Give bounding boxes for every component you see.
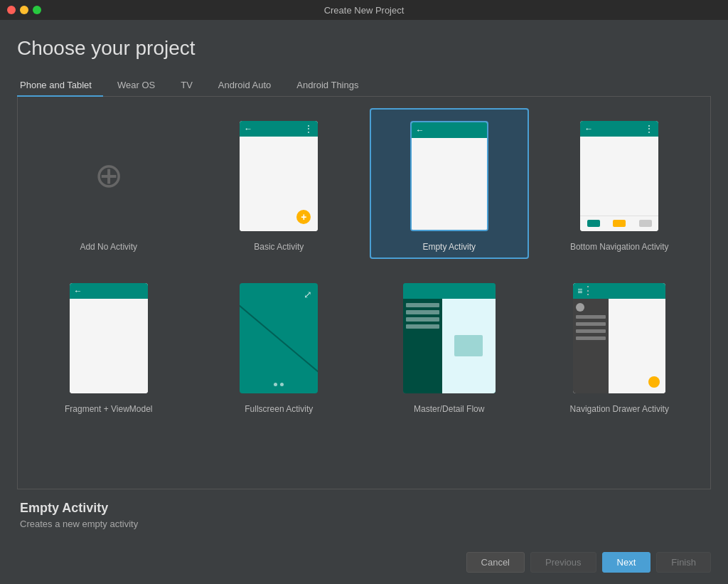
phone-mock-basic: ← ⋮ + bbox=[240, 121, 318, 231]
template-label-bottom-nav: Bottom Navigation Activity bbox=[570, 242, 669, 252]
template-label-add-no-activity: Add No Activity bbox=[80, 242, 137, 252]
phone-mock-nav-drawer: ≡ ⋮ bbox=[573, 283, 665, 393]
previous-button[interactable]: Previous bbox=[530, 552, 596, 573]
phone-mock-bottom-nav: ← ⋮ bbox=[580, 121, 658, 231]
hamburger-icon: ≡ bbox=[577, 286, 582, 296]
template-thumb-empty-activity: ← bbox=[400, 115, 499, 236]
close-button[interactable] bbox=[7, 6, 16, 14]
nav-item-3 bbox=[639, 220, 652, 227]
fullscreen-icon: ⤢ bbox=[304, 289, 312, 300]
cancel-button[interactable]: Cancel bbox=[466, 552, 525, 573]
template-thumb-basic-activity: ← ⋮ + bbox=[229, 115, 328, 236]
phone-mock-empty: ← bbox=[410, 121, 488, 231]
main-content: Choose your project Phone and Tablet Wea… bbox=[0, 20, 728, 546]
template-label-master-detail: Master/Detail Flow bbox=[414, 404, 484, 414]
tab-phone-tablet[interactable]: Phone and Tablet bbox=[17, 74, 103, 96]
template-thumb-fullscreen: ⤢ bbox=[229, 277, 328, 398]
template-label-empty-activity: Empty Activity bbox=[422, 242, 476, 252]
template-fragment-viewmodel[interactable]: ← Fragment + ViewModel bbox=[29, 270, 188, 421]
template-master-detail[interactable]: Master/Detail Flow bbox=[370, 270, 529, 421]
template-grid: ⊕ Add No Activity ← ⋮ + bbox=[29, 108, 699, 421]
back-arrow-icon: ← bbox=[244, 124, 252, 134]
tab-wear-os[interactable]: Wear OS bbox=[106, 74, 166, 96]
detail-pane bbox=[442, 299, 496, 393]
nd-body bbox=[573, 299, 665, 393]
footer: Cancel Previous Next Finish bbox=[0, 546, 728, 584]
list-item-3 bbox=[406, 317, 439, 322]
description-title: Empty Activity bbox=[20, 501, 708, 516]
nav-item-1 bbox=[587, 220, 600, 227]
drawer-item-2 bbox=[576, 322, 606, 326]
description-text: Creates a new empty activity bbox=[20, 519, 708, 529]
phone-body-bottom-nav bbox=[580, 137, 658, 216]
md-body bbox=[403, 299, 496, 393]
template-thumb-bottom-nav: ← ⋮ bbox=[569, 115, 669, 236]
fab-icon: + bbox=[296, 210, 311, 224]
template-grid-container: ⊕ Add No Activity ← ⋮ + bbox=[17, 97, 711, 489]
diagonal-line bbox=[240, 303, 318, 375]
nd-header: ≡ ⋮ bbox=[573, 283, 665, 299]
phone-header-bottom-nav: ← ⋮ bbox=[580, 121, 658, 137]
maximize-button[interactable] bbox=[33, 6, 41, 14]
phone-body-basic: + bbox=[240, 137, 318, 231]
tab-android-auto[interactable]: Android Auto bbox=[207, 74, 282, 96]
phone-header-fragment: ← bbox=[70, 283, 148, 299]
list-item-1 bbox=[406, 303, 439, 307]
phone-mock-fragment: ← bbox=[70, 283, 148, 393]
tab-android-things[interactable]: Android Things bbox=[285, 74, 370, 96]
tab-tv[interactable]: TV bbox=[169, 74, 204, 96]
next-button[interactable]: Next bbox=[602, 552, 651, 573]
template-label-basic-activity: Basic Activity bbox=[254, 242, 304, 252]
template-add-no-activity[interactable]: ⊕ Add No Activity bbox=[29, 108, 188, 259]
md-header bbox=[403, 283, 496, 299]
drawer-avatar bbox=[576, 303, 584, 312]
menu-dots-icon-bnav: ⋮ bbox=[645, 124, 654, 134]
list-item-2 bbox=[406, 310, 439, 314]
template-thumb-nav-drawer: ≡ ⋮ bbox=[569, 277, 669, 398]
phone-mock-master-detail bbox=[403, 283, 496, 393]
template-label-fragment: Fragment + ViewModel bbox=[65, 404, 153, 414]
description-section: Empty Activity Creates a new empty activ… bbox=[17, 489, 711, 535]
template-thumb-fragment: ← bbox=[59, 277, 159, 398]
back-arrow-icon-bnav: ← bbox=[584, 124, 593, 134]
minimize-button[interactable] bbox=[20, 6, 28, 14]
template-thumb-add-no-activity: ⊕ bbox=[59, 115, 159, 236]
template-nav-drawer[interactable]: ≡ ⋮ bbox=[540, 270, 700, 421]
template-basic-activity[interactable]: ← ⋮ + Basic Activity bbox=[200, 108, 359, 259]
page-title: Choose your project bbox=[17, 37, 711, 60]
drawer-item-3 bbox=[576, 329, 606, 333]
template-fullscreen-activity[interactable]: ⤢ Fullscreen Activity bbox=[200, 270, 359, 421]
nd-main-content bbox=[609, 299, 665, 393]
detail-box bbox=[454, 335, 483, 356]
traffic-lights bbox=[7, 6, 41, 14]
bottom-nav-bar bbox=[580, 216, 658, 231]
drawer-item-4 bbox=[576, 336, 606, 340]
list-item-4 bbox=[406, 324, 439, 329]
menu-dots-icon-nd: ⋮ bbox=[582, 284, 594, 297]
template-bottom-navigation[interactable]: ← ⋮ Bottom Navigation Activity bbox=[540, 108, 700, 259]
tabs-bar: Phone and Tablet Wear OS TV Android Auto… bbox=[17, 74, 711, 97]
phone-body-empty bbox=[412, 138, 487, 230]
phone-header-basic: ← ⋮ bbox=[240, 121, 318, 137]
phone-mock-fullscreen: ⤢ bbox=[240, 283, 318, 393]
template-label-nav-drawer: Navigation Drawer Activity bbox=[570, 404, 669, 414]
back-arrow-icon-fragment: ← bbox=[74, 286, 82, 296]
phone-header-empty: ← bbox=[412, 122, 487, 138]
template-empty-activity[interactable]: ← Empty Activity bbox=[370, 108, 529, 259]
no-activity-icon: ⊕ bbox=[95, 159, 123, 193]
drawer-panel bbox=[573, 299, 609, 393]
fullscreen-dots bbox=[274, 383, 284, 386]
template-thumb-master-detail bbox=[400, 277, 499, 398]
window-title: Create New Project bbox=[324, 5, 405, 16]
phone-body-fragment bbox=[70, 299, 148, 393]
titlebar: Create New Project bbox=[0, 0, 728, 20]
drawer-item-1 bbox=[576, 315, 606, 319]
dot-2 bbox=[280, 383, 284, 386]
nav-item-2 bbox=[613, 220, 626, 227]
dot-1 bbox=[274, 383, 277, 386]
template-label-fullscreen: Fullscreen Activity bbox=[245, 404, 313, 414]
master-list bbox=[403, 299, 442, 393]
menu-dots-icon: ⋮ bbox=[304, 124, 314, 134]
back-arrow-icon-empty: ← bbox=[416, 125, 424, 135]
finish-button[interactable]: Finish bbox=[656, 552, 711, 573]
